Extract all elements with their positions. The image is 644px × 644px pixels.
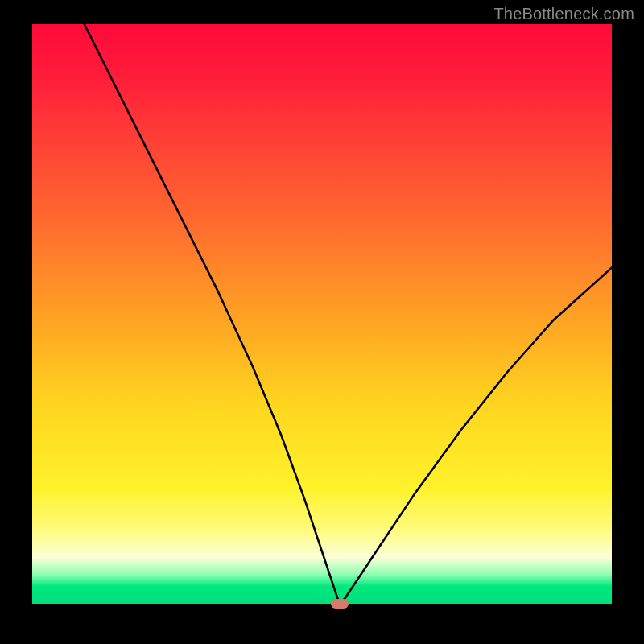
plot-area [32, 24, 612, 604]
watermark-label: TheBottleneck.com [493, 5, 634, 23]
curve-path [85, 24, 612, 604]
bottleneck-curve [32, 24, 612, 604]
chart-frame: TheBottleneck.com [0, 0, 644, 644]
optimum-marker [331, 599, 349, 609]
